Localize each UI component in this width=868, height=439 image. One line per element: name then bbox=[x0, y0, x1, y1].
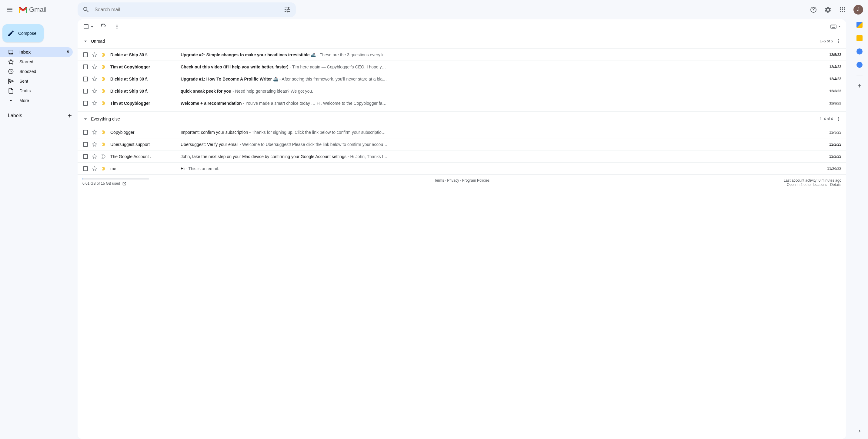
chevron-down-icon bbox=[83, 38, 89, 44]
important-button[interactable] bbox=[101, 130, 107, 135]
gmail-logo[interactable]: Gmail bbox=[18, 6, 46, 13]
clock-icon bbox=[8, 68, 14, 74]
row-sender: Tim at Copyblogger bbox=[110, 65, 171, 69]
policies-link[interactable]: Program Policies bbox=[462, 178, 490, 182]
mail-row[interactable]: Ubersuggest supportUbersuggest: Verify y… bbox=[78, 138, 846, 150]
section-header-else[interactable]: Everything else 1–4 of 4 bbox=[78, 111, 846, 126]
star-button[interactable] bbox=[92, 101, 98, 106]
row-checkbox[interactable] bbox=[83, 154, 88, 159]
activity-text: Last account activity: 0 minutes ago bbox=[588, 178, 841, 182]
more-button[interactable] bbox=[111, 21, 123, 33]
row-sender: Tim at Copyblogger bbox=[110, 101, 171, 106]
contacts-app-icon[interactable] bbox=[857, 62, 863, 68]
section-header-unread[interactable]: Unread 1–5 of 5 bbox=[78, 34, 846, 48]
mail-row[interactable]: Dickie at Ship 30 f.quick sneak peek for… bbox=[78, 85, 846, 97]
row-subject: Welcome + a recommendation - You've made… bbox=[181, 101, 817, 106]
search-button[interactable] bbox=[80, 4, 92, 16]
open-link-icon[interactable] bbox=[122, 182, 126, 186]
calendar-app-icon[interactable] bbox=[857, 22, 863, 28]
row-checkbox[interactable] bbox=[83, 130, 88, 135]
star-button[interactable] bbox=[92, 166, 98, 171]
compose-button[interactable]: Compose bbox=[2, 24, 44, 42]
send-icon bbox=[8, 78, 14, 84]
compose-label: Compose bbox=[18, 31, 36, 36]
mail-row[interactable]: Dickie at Ship 30 f.Upgrade #1: How To B… bbox=[78, 73, 846, 85]
svg-rect-7 bbox=[832, 27, 835, 28]
important-button[interactable] bbox=[101, 76, 107, 82]
row-sender: Copyblogger bbox=[110, 130, 171, 135]
section-more-button[interactable] bbox=[835, 116, 841, 122]
caret-down-icon bbox=[89, 24, 95, 30]
important-button[interactable] bbox=[101, 101, 107, 106]
settings-button[interactable] bbox=[822, 4, 834, 16]
refresh-button[interactable] bbox=[98, 21, 110, 33]
main-menu-button[interactable] bbox=[2, 2, 17, 17]
apps-button[interactable] bbox=[836, 4, 848, 16]
sidebar-item-starred[interactable]: Starred bbox=[0, 57, 73, 67]
row-date: 11/26/22 bbox=[817, 167, 841, 171]
row-checkbox[interactable] bbox=[83, 53, 88, 57]
sidebar-item-inbox[interactable]: Inbox 5 bbox=[0, 47, 73, 57]
important-button[interactable] bbox=[101, 64, 107, 70]
row-date: 12/3/22 bbox=[817, 130, 841, 134]
input-tools-button[interactable] bbox=[830, 25, 841, 29]
apps-icon bbox=[839, 6, 846, 13]
hide-side-panel-button[interactable] bbox=[857, 428, 863, 434]
tune-icon bbox=[284, 6, 291, 13]
row-checkbox[interactable] bbox=[83, 166, 88, 171]
star-button[interactable] bbox=[92, 64, 98, 70]
mail-row[interactable]: CopybloggerImportant: confirm your subsc… bbox=[78, 126, 846, 138]
mail-row[interactable]: The Google Account .John, take the next … bbox=[78, 150, 846, 162]
more-vert-icon bbox=[835, 116, 841, 122]
row-date: 12/3/22 bbox=[817, 101, 841, 105]
footer: 0.01 GB of 15 GB used Terms · Privacy · … bbox=[78, 175, 846, 194]
svg-rect-6 bbox=[834, 26, 835, 26]
sidebar-item-drafts[interactable]: Drafts bbox=[0, 86, 73, 96]
star-button[interactable] bbox=[92, 89, 98, 94]
mail-row[interactable]: Tim at CopybloggerWelcome + a recommenda… bbox=[78, 97, 846, 109]
sidebar-item-snoozed[interactable]: Snoozed bbox=[0, 67, 73, 76]
mail-row[interactable]: Tim at CopybloggerCheck out this video (… bbox=[78, 61, 846, 73]
sidebar-item-more[interactable]: More bbox=[0, 96, 73, 105]
row-checkbox[interactable] bbox=[83, 142, 88, 147]
star-button[interactable] bbox=[92, 52, 98, 58]
row-checkbox[interactable] bbox=[83, 77, 88, 81]
star-button[interactable] bbox=[92, 76, 98, 82]
sidebar: Compose Inbox 5 Starred Snoozed Sent bbox=[0, 20, 78, 439]
svg-rect-4 bbox=[833, 26, 833, 26]
star-icon bbox=[8, 59, 14, 65]
gear-icon bbox=[824, 6, 832, 13]
important-button[interactable] bbox=[101, 166, 107, 171]
row-checkbox[interactable] bbox=[83, 101, 88, 106]
important-button[interactable] bbox=[101, 52, 107, 58]
select-dropdown[interactable] bbox=[89, 24, 95, 30]
important-button[interactable] bbox=[101, 142, 107, 147]
terms-link[interactable]: Terms bbox=[434, 178, 444, 182]
important-button[interactable] bbox=[101, 89, 107, 94]
star-button[interactable] bbox=[92, 130, 98, 135]
search-options-button[interactable] bbox=[281, 4, 293, 16]
mail-row[interactable]: Dickie at Ship 30 f.Upgrade #2: Simple c… bbox=[78, 48, 846, 61]
chevron-right-icon bbox=[857, 428, 863, 434]
more-vert-icon bbox=[835, 38, 841, 44]
sidebar-item-sent[interactable]: Sent bbox=[0, 76, 73, 86]
important-button[interactable] bbox=[101, 154, 107, 159]
star-button[interactable] bbox=[92, 154, 98, 159]
support-button[interactable] bbox=[807, 4, 819, 16]
row-checkbox[interactable] bbox=[83, 65, 88, 69]
details-link[interactable]: Details bbox=[830, 182, 841, 187]
section-more-button[interactable] bbox=[835, 38, 841, 44]
add-label-button[interactable] bbox=[67, 113, 73, 119]
get-addons-button[interactable] bbox=[857, 83, 863, 89]
row-checkbox[interactable] bbox=[83, 89, 88, 94]
mail-row[interactable]: meHi - This is an email.11/26/22 bbox=[78, 162, 846, 174]
star-button[interactable] bbox=[92, 142, 98, 147]
search-icon bbox=[83, 6, 90, 13]
keep-app-icon[interactable] bbox=[857, 35, 863, 41]
account-avatar[interactable]: J bbox=[854, 5, 863, 14]
search-input[interactable] bbox=[92, 7, 281, 12]
gmail-logo-text: Gmail bbox=[29, 6, 46, 13]
select-all-checkbox[interactable] bbox=[84, 24, 89, 29]
tasks-app-icon[interactable] bbox=[857, 48, 863, 55]
privacy-link[interactable]: Privacy bbox=[447, 178, 459, 182]
